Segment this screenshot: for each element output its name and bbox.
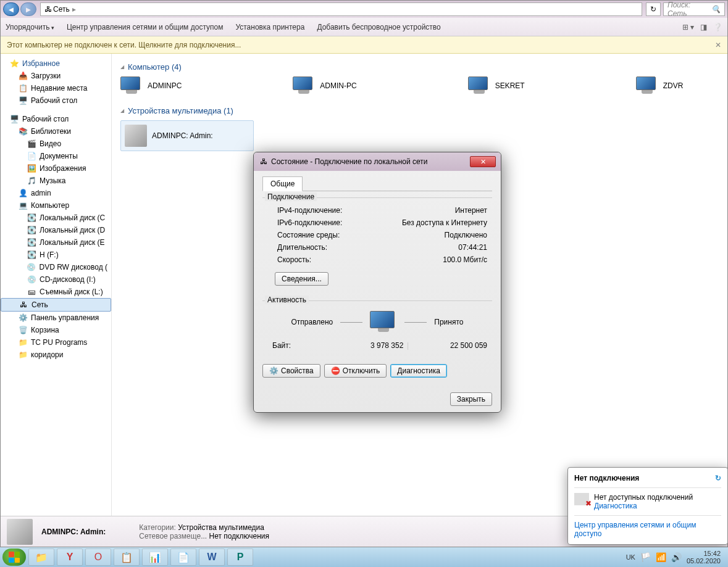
start-button[interactable]: [2, 548, 26, 566]
refresh-button[interactable]: ↻: [646, 2, 661, 16]
sidebar-tcpu[interactable]: 📁TC PU Programs: [1, 336, 111, 349]
media-device-icon: [125, 125, 147, 147]
group-multimedia[interactable]: Устройства мультимедиа (1): [120, 106, 719, 115]
computer-zdvr[interactable]: ZDVR: [636, 77, 684, 95]
multimedia-adminpc[interactable]: ADMINPC: Admin:: [120, 120, 254, 151]
cd-icon: 💿: [27, 275, 36, 284]
disk-icon: 💽: [27, 225, 36, 235]
desktop-icon: 🖥️: [9, 114, 19, 124]
warning-bar[interactable]: Этот компьютер не подключен к сети. Щелк…: [1, 36, 727, 54]
sidebar: ⭐Избранное 📥Загрузки 📋Недавние места 🖥️Р…: [1, 54, 112, 516]
download-icon: 📥: [18, 71, 28, 81]
computer-icon: [120, 77, 143, 95]
sidebar-recent[interactable]: 📋Недавние места: [1, 82, 111, 94]
sidebar-disk-h[interactable]: 💽H (F:): [1, 249, 111, 261]
breadcrumb[interactable]: 🖧 Сеть ▸: [40, 2, 642, 16]
network-center-button[interactable]: Центр управления сетями и общим доступом: [67, 23, 224, 31]
disk-icon: 💽: [27, 238, 36, 247]
refresh-icon[interactable]: ↻: [715, 474, 721, 482]
tray-volume-icon[interactable]: 🔊: [671, 552, 682, 562]
forward-button[interactable]: ►: [20, 2, 36, 16]
sidebar-network[interactable]: 🖧Сеть: [1, 298, 111, 312]
sidebar-favorites[interactable]: ⭐Избранное: [1, 57, 111, 70]
popup-diagnostics-link[interactable]: Диагностика: [594, 502, 637, 510]
task-word[interactable]: W: [199, 548, 225, 566]
sidebar-desktop-fav[interactable]: 🖥️Рабочий стол: [1, 94, 111, 107]
diagnostics-button[interactable]: Диагностика: [390, 364, 447, 378]
gear-icon: ⚙️: [269, 366, 278, 375]
popup-title: Нет подключения: [574, 474, 639, 482]
sidebar-disk-e[interactable]: 💽Локальный диск (E: [1, 236, 111, 249]
usb-icon: 🖴: [27, 287, 36, 297]
sidebar-desktop[interactable]: 🖥️Рабочий стол: [1, 113, 111, 125]
sidebar-koridori[interactable]: 📁коридори: [1, 349, 111, 361]
task-explorer[interactable]: 📁: [28, 548, 54, 566]
task-app2[interactable]: 📊: [142, 548, 168, 566]
breadcrumb-arrow: ▸: [72, 5, 76, 14]
popup-network-center-link[interactable]: Центр управления сетями и общим доступо: [574, 521, 696, 538]
search-input[interactable]: Поиск: Сеть 🔍: [663, 2, 725, 16]
computer-sekret[interactable]: SEKRET: [468, 77, 525, 95]
add-wireless-button[interactable]: Добавить беспроводное устройство: [317, 23, 440, 31]
warning-text: Этот компьютер не подключен к сети. Щелк…: [7, 41, 241, 49]
back-button[interactable]: ◄: [3, 2, 19, 16]
folder-icon: 📁: [18, 350, 28, 360]
breadcrumb-location: Сеть: [53, 5, 70, 14]
dialog-close-button[interactable]: ✕: [470, 156, 496, 167]
group-computer[interactable]: Компьютер (4): [120, 62, 719, 72]
computer-icon: [293, 77, 315, 95]
sidebar-control-panel[interactable]: ⚙️Панель управления: [1, 312, 111, 324]
tray-clock[interactable]: 15:42 05.02.2020: [687, 550, 721, 565]
help-icon[interactable]: ❔: [713, 23, 722, 31]
sidebar-cd[interactable]: 💿CD-дисковод (I:): [1, 273, 111, 286]
tab-general[interactable]: Общие: [262, 176, 303, 191]
tray-flag-icon[interactable]: 🏳️: [640, 552, 651, 562]
image-icon: 🖼️: [27, 163, 36, 173]
dvd-icon: 💿: [27, 262, 36, 272]
task-opera[interactable]: O: [85, 548, 111, 566]
tray-lang[interactable]: UK: [626, 553, 635, 561]
sent-label: Отправлено: [291, 318, 333, 326]
user-icon: 👤: [18, 188, 28, 198]
panel-icon: ⚙️: [18, 313, 28, 323]
sidebar-computer[interactable]: 💻Компьютер: [1, 199, 111, 212]
network-icon: 🖧: [259, 157, 269, 167]
sidebar-usb[interactable]: 🖴Съемный диск (L:): [1, 286, 111, 298]
details-button[interactable]: Сведения...: [275, 272, 328, 286]
computer-adminpc[interactable]: ADMINPC: [120, 77, 182, 95]
disable-button[interactable]: ⛔Отключить: [324, 364, 387, 378]
bytes-received: 22 500 059: [450, 341, 487, 350]
sidebar-admin[interactable]: 👤admin: [1, 187, 111, 199]
install-printer-button[interactable]: Установка принтера: [235, 23, 304, 31]
view-icon[interactable]: ⊞ ▾: [682, 23, 694, 31]
titlebar: ◄ ► 🖧 Сеть ▸ ↻ Поиск: Сеть 🔍: [1, 1, 727, 18]
preview-icon[interactable]: ◨: [700, 23, 707, 31]
sidebar-dvd[interactable]: 💿DVD RW дисковод (: [1, 261, 111, 273]
sidebar-disk-d[interactable]: 💽Локальный диск (D: [1, 224, 111, 236]
sidebar-images[interactable]: 🖼️Изображения: [1, 162, 111, 175]
sidebar-video[interactable]: 🎬Видео: [1, 138, 111, 150]
sidebar-disk-c[interactable]: 💽Локальный диск (C: [1, 212, 111, 224]
sidebar-libraries[interactable]: 📚Библиотеки: [1, 125, 111, 138]
properties-button[interactable]: ⚙️Свойства: [262, 364, 320, 378]
toolbar: Упорядочить Центр управления сетями и об…: [1, 18, 727, 36]
task-app1[interactable]: 📋: [114, 548, 140, 566]
organize-menu[interactable]: Упорядочить: [6, 23, 54, 31]
computer-icon: 💻: [18, 201, 28, 210]
warning-close[interactable]: ✕: [715, 41, 721, 49]
document-icon: 📄: [27, 151, 36, 161]
tray-network-icon[interactable]: 📶: [656, 552, 666, 562]
task-app3[interactable]: 📄: [170, 548, 196, 566]
sidebar-documents[interactable]: 📄Документы: [1, 150, 111, 162]
sidebar-music[interactable]: 🎵Музыка: [1, 175, 111, 187]
close-button[interactable]: Закрыть: [450, 392, 492, 406]
sidebar-recycle[interactable]: 🗑️Корзина: [1, 324, 111, 336]
task-yandex[interactable]: Y: [57, 548, 83, 566]
network-icon: 🖧: [43, 4, 53, 14]
dialog-titlebar[interactable]: 🖧 Состояние - Подключение по локальной с…: [254, 152, 501, 171]
computer-admin-pc[interactable]: ADMIN-PC: [293, 77, 356, 95]
disk-icon: 💽: [27, 213, 36, 223]
sidebar-downloads[interactable]: 📥Загрузки: [1, 70, 111, 82]
task-publisher[interactable]: P: [227, 548, 253, 566]
library-icon: 📚: [18, 126, 28, 136]
